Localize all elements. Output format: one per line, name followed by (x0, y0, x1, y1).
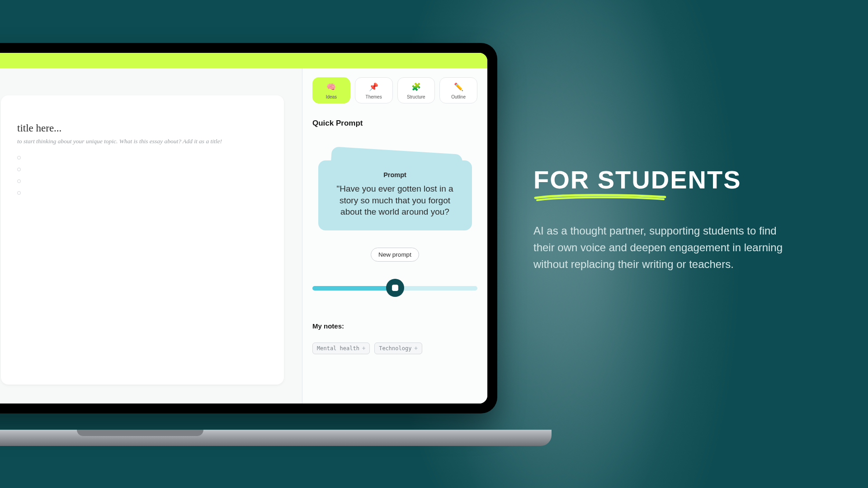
tab-label: Ideas (326, 94, 337, 99)
notes-tags: Mental health + Technology + (312, 343, 477, 354)
editor-card: title here... to start thinking about yo… (1, 95, 284, 385)
pushpin-icon: 📌 (369, 82, 378, 92)
app-layout: title here... to start thinking about yo… (0, 68, 487, 404)
pencil-icon: ✏️ (454, 82, 463, 92)
underline-swoosh-icon (533, 193, 667, 202)
laptop-mockup: title here... to start thinking about yo… (0, 43, 497, 441)
slider-thumb[interactable] (386, 279, 404, 297)
tab-outline[interactable]: ✏️ Outline (439, 77, 477, 103)
marketing-title: For Students (533, 165, 798, 194)
tab-ideas[interactable]: 🧠 Ideas (312, 77, 350, 103)
marketing-body: AI as a thought partner, supporting stud… (533, 222, 798, 273)
bullet-marker (17, 168, 21, 171)
new-prompt-row: New prompt (312, 248, 477, 262)
tag-mental-health[interactable]: Mental health + (312, 343, 370, 354)
tab-label: Themes (366, 94, 382, 99)
plus-icon: + (362, 345, 365, 352)
app-topbar (0, 53, 487, 68)
tab-themes[interactable]: 📌 Themes (355, 77, 393, 103)
new-prompt-button[interactable]: New prompt (371, 248, 419, 262)
my-notes-heading: My notes: (312, 322, 477, 330)
bullet-marker (17, 156, 21, 160)
editor-hint: to start thinking about your unique topi… (17, 138, 268, 145)
editor-bullet-list (17, 156, 268, 195)
editor-panel: title here... to start thinking about yo… (0, 68, 302, 404)
prompt-label: Prompt (330, 171, 460, 178)
tab-structure[interactable]: 🧩 Structure (397, 77, 435, 103)
prompt-slider[interactable] (312, 279, 477, 297)
tag-label: Technology (379, 345, 411, 352)
tab-label: Structure (407, 94, 425, 99)
marketing-copy: For Students AI as a thought partner, su… (533, 165, 798, 273)
sidebar-panel: 🧠 Ideas 📌 Themes 🧩 Structure ✏️ (302, 68, 487, 404)
tab-label: Outline (451, 94, 466, 99)
laptop-body: title here... to start thinking about yo… (0, 43, 497, 413)
essay-title-input[interactable]: title here... (17, 122, 268, 134)
prompt-card-wrap: Prompt "Have you ever gotten lost in a s… (312, 160, 477, 230)
puzzle-icon: 🧩 (411, 82, 421, 92)
sidebar-tabs: 🧠 Ideas 📌 Themes 🧩 Structure ✏️ (312, 77, 477, 103)
prompt-card: Prompt "Have you ever gotten lost in a s… (318, 160, 472, 230)
tag-label: Mental health (317, 345, 359, 352)
app-screen: title here... to start thinking about yo… (0, 53, 487, 404)
quick-prompt-heading: Quick Prompt (312, 119, 477, 128)
bullet-marker (17, 179, 21, 183)
tag-technology[interactable]: Technology + (374, 343, 422, 354)
bullet-marker (17, 191, 21, 195)
brain-icon: 🧠 (326, 82, 336, 92)
prompt-text: "Have you ever gotten lost in a story so… (330, 183, 460, 218)
plus-icon: + (414, 345, 417, 352)
laptop-base (0, 430, 552, 446)
